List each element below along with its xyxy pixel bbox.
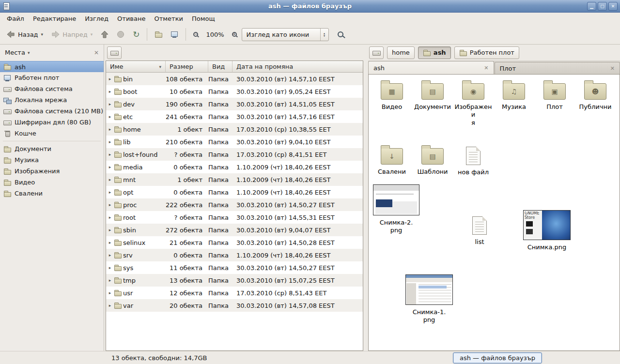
column-header-size[interactable]: Размер	[166, 61, 208, 73]
maximize-button[interactable]: ▢	[598, 2, 607, 11]
expander-icon[interactable]: ▸	[108, 102, 112, 106]
computer-button[interactable]	[167, 28, 182, 41]
list-item[interactable]: Снимка-2. png	[371, 184, 421, 235]
list-item[interactable]: Снимка-1. png	[404, 274, 454, 324]
menu-item[interactable]: Отметки	[150, 13, 187, 25]
expander-icon[interactable]: ▸	[108, 215, 112, 220]
table-row[interactable]: ▸ home 1 обект Папка 17.03.2010 (ср) 10,…	[106, 123, 363, 136]
window-list-button[interactable]: ash — файлов браузър	[453, 352, 542, 364]
table-row[interactable]: ▸ lost+found ? обекта Папка 17.03.2010 (…	[106, 148, 363, 161]
table-row[interactable]: ▸ boot 10 обекта Папка 30.03.2010 (вт) 9…	[106, 85, 363, 98]
expander-icon[interactable]: ▸	[108, 177, 112, 182]
tab-close-icon[interactable]: ✕	[610, 65, 615, 72]
table-row[interactable]: ▸ sys 11 обекта Папка 30.03.2010 (вт) 14…	[106, 261, 363, 274]
menu-item[interactable]: Изглед	[80, 13, 113, 25]
list-item[interactable]: ◉ Изображени я	[453, 79, 494, 127]
expander-icon[interactable]: ▸	[108, 278, 112, 283]
expander-icon[interactable]: ▸	[108, 240, 112, 245]
sidebar-bookmark-item[interactable]: Видео	[0, 177, 104, 188]
list-item[interactable]: ▣ Плот	[534, 79, 575, 127]
expander-icon[interactable]: ▸	[108, 127, 112, 132]
list-item[interactable]: ▦ Видео	[372, 79, 412, 127]
minimize-button[interactable]: ▁	[587, 2, 596, 11]
sidebar-place-item[interactable]: Кошче	[0, 128, 104, 139]
stop-button[interactable]	[113, 28, 128, 41]
table-row[interactable]: ▸ root ? обекта Папка 30.03.2010 (вт) 14…	[106, 211, 363, 224]
expander-icon[interactable]: ▸	[108, 114, 112, 119]
table-row[interactable]: ▸ etc 241 обекта Папка 30.03.2010 (вт) 1…	[106, 110, 363, 123]
expander-icon[interactable]: ▸	[108, 265, 112, 270]
path-segment-button[interactable]: Работен плот	[454, 46, 519, 59]
table-row[interactable]: ▸ media 0 обекта Папка 1.10.2009 (чт) 18…	[106, 161, 363, 173]
expander-icon[interactable]: ▸	[108, 139, 112, 144]
sidebar-place-item[interactable]: Файлова система (210 MB)	[0, 106, 104, 117]
menu-item[interactable]: Редактиране	[29, 13, 80, 25]
table-row[interactable]: ▸ srv 0 обекта Папка 1.10.2009 (чт) 18,4…	[106, 249, 363, 261]
table-row[interactable]: ▸ var 20 обекта Папка 30.03.2010 (вт) 14…	[106, 299, 363, 312]
column-header-name[interactable]: Име ▾	[106, 61, 166, 73]
path-segment-button[interactable]: ash	[418, 46, 451, 59]
menu-item[interactable]: Отиване	[113, 13, 150, 25]
table-row[interactable]: ▸ bin 108 обекта Папка 30.03.2010 (вт) 1…	[106, 73, 363, 85]
tab-close-icon[interactable]: ✕	[484, 65, 488, 71]
sidebar-bookmark-item[interactable]: Документи	[0, 143, 104, 154]
menu-item[interactable]: Файл	[2, 13, 29, 25]
search-button[interactable]	[334, 29, 347, 40]
menu-item[interactable]: Помощ	[187, 13, 219, 25]
expander-icon[interactable]: ▸	[108, 253, 112, 258]
zoom-in-button[interactable]: +	[229, 30, 240, 39]
sidebar-close-icon[interactable]: ✕	[94, 49, 99, 56]
expander-icon[interactable]: ▸	[108, 165, 112, 169]
pane-splitter[interactable]	[365, 45, 368, 351]
table-row[interactable]: ▸ dev 190 обекта Папка 30.03.2010 (вт) 1…	[106, 98, 363, 110]
sidebar-place-item[interactable]: Шифриран дял (80 GB)	[0, 117, 104, 128]
sidebar-place-item[interactable]: ash	[0, 61, 104, 72]
list-item[interactable]: ▤ Документи	[412, 79, 453, 127]
column-header-modified[interactable]: Дата на промяна	[232, 61, 363, 73]
filesystem-root-button[interactable]	[107, 46, 122, 59]
table-row[interactable]: ▸ proc 222 обекта Папка 30.03.2010 (вт) …	[106, 198, 363, 211]
list-item[interactable]: нов файл	[453, 144, 494, 176]
expander-icon[interactable]: ▸	[108, 202, 112, 207]
zoom-out-button[interactable]: −	[190, 30, 202, 39]
forward-button[interactable]: Напред ▾	[48, 28, 96, 41]
sidebar-place-item[interactable]: Файлова система	[0, 83, 104, 94]
icon-view-canvas[interactable]: ▦ Видео ▤ Документи	[368, 74, 620, 351]
home-button[interactable]	[151, 28, 166, 41]
list-item[interactable]: GNOME Store Снимка.png	[522, 210, 572, 251]
sidebar-bookmark-item[interactable]: Изображения	[0, 166, 104, 177]
list-item[interactable]: list	[454, 214, 505, 246]
expander-icon[interactable]: ▸	[108, 76, 112, 81]
sidebar-place-item[interactable]: Локална мрежа	[0, 94, 104, 106]
back-button[interactable]: Назад ▾	[3, 28, 46, 41]
view-mode-select[interactable]: Изглед като икони ▴▾	[242, 28, 329, 41]
table-row[interactable]: ▸ mnt 1 обект Папка 1.10.2009 (чт) 18,40…	[106, 173, 363, 186]
list-item[interactable]: ↓ Свалени	[372, 144, 412, 176]
column-header-type[interactable]: Вид	[208, 61, 232, 73]
expander-icon[interactable]: ▸	[108, 303, 112, 308]
expander-icon[interactable]: ▸	[108, 190, 112, 195]
list-item[interactable]: ☻ Публични	[575, 79, 616, 127]
table-row[interactable]: ▸ sbin 272 обекта Папка 30.03.2010 (вт) …	[106, 224, 363, 236]
table-row[interactable]: ▸ tmp 13 обекта Папка 30.03.2010 (вт) 15…	[106, 274, 363, 287]
path-root-button[interactable]	[369, 46, 384, 59]
expander-icon[interactable]: ▸	[108, 290, 112, 295]
sidebar-place-item[interactable]: Работен плот	[0, 72, 104, 83]
expander-icon[interactable]: ▸	[108, 228, 112, 232]
sidebar-bookmark-item[interactable]: Музика	[0, 154, 104, 166]
table-row[interactable]: ▸ usr 12 обекта Папка 17.03.2010 (ср) 8,…	[106, 287, 363, 299]
tab[interactable]: ash ✕	[368, 61, 494, 74]
table-row[interactable]: ▸ opt 0 обекта Папка 1.10.2009 (чт) 18,4…	[106, 186, 363, 198]
table-row[interactable]: ▸ lib 210 обекта Папка 30.03.2010 (вт) 9…	[106, 136, 363, 148]
table-row[interactable]: ▸ selinux 21 обекта Папка 30.03.2010 (вт…	[106, 236, 363, 249]
sidebar-header[interactable]: Места ▾ ✕	[0, 45, 104, 61]
reload-button[interactable]: ↻	[129, 28, 143, 41]
close-button[interactable]: ✕	[608, 2, 618, 11]
path-segment-button[interactable]: home	[387, 46, 415, 59]
tab[interactable]: Плот ✕	[495, 62, 620, 74]
expander-icon[interactable]: ▸	[108, 152, 112, 157]
list-item[interactable]: ♫ Музика	[494, 79, 534, 127]
expander-icon[interactable]: ▸	[108, 89, 112, 94]
up-button[interactable]	[97, 28, 112, 41]
sidebar-bookmark-item[interactable]: Свалени	[0, 188, 104, 199]
